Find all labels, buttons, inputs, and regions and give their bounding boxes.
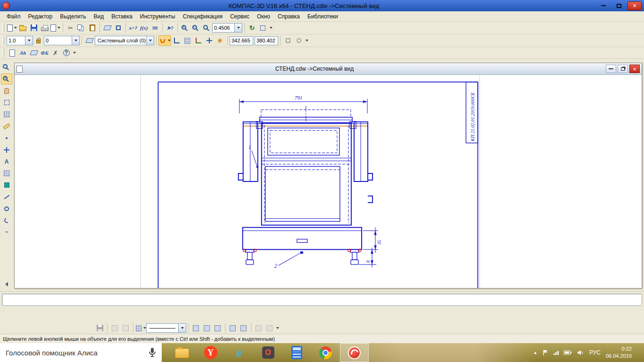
explorer-taskbar-button[interactable] <box>167 343 196 362</box>
menu-service[interactable]: Сервис <box>226 12 253 21</box>
zoom-in-button[interactable]: + <box>180 23 190 33</box>
menu-editor[interactable]: Редактор <box>25 12 57 21</box>
save-fragment-button[interactable] <box>94 323 105 333</box>
grid-options-button[interactable] <box>135 323 146 333</box>
copy-button[interactable] <box>76 23 87 33</box>
layer-combo-arrow[interactable] <box>146 36 154 45</box>
clock[interactable]: 0:22 06.04.2019 <box>606 346 632 360</box>
close-button[interactable]: × <box>627 1 642 10</box>
scale-combo-arrow[interactable] <box>25 36 33 45</box>
hidden-icons-button[interactable]: ▲ <box>533 351 537 355</box>
axis-tool[interactable] <box>1 144 12 155</box>
layers-button[interactable] <box>84 35 95 46</box>
print-preview-button[interactable] <box>50 23 61 33</box>
text-tool[interactable]: А <box>1 156 12 167</box>
coord-y-input[interactable] <box>255 36 278 45</box>
add-sheet-button[interactable] <box>7 48 17 58</box>
spec-manage-button[interactable] <box>28 48 39 58</box>
zoom-out-button[interactable]: − <box>190 23 201 33</box>
scale-value-input[interactable] <box>7 37 25 44</box>
distribute-v-button[interactable] <box>238 323 249 333</box>
style-combo-arrow[interactable] <box>72 36 79 45</box>
table-tool[interactable] <box>1 168 12 179</box>
select-frame-tool[interactable] <box>1 97 12 108</box>
document-title-bar[interactable]: СТЕНД.cdw ->Системный вид × <box>15 63 642 75</box>
minimize-button[interactable] <box>596 1 611 10</box>
menu-tools[interactable]: Инструменты <box>136 12 179 21</box>
cut-button[interactable]: ✂ <box>65 23 76 33</box>
zoom-combo-arrow[interactable] <box>234 24 242 32</box>
document-restore-button[interactable] <box>618 65 628 73</box>
distribute-h-button[interactable] <box>227 323 238 333</box>
language-indicator[interactable]: РУС <box>589 349 601 356</box>
grid-tool[interactable] <box>1 109 12 120</box>
paste-button[interactable] <box>87 23 98 33</box>
copy-style-button[interactable] <box>109 323 120 333</box>
grid-button[interactable] <box>182 35 193 46</box>
align-left-button[interactable] <box>190 323 201 333</box>
volume-icon[interactable] <box>577 350 584 355</box>
snap-point-button[interactable]: ✳ <box>215 35 225 46</box>
measure-button[interactable]: 98 <box>149 23 160 33</box>
toolbar-overflow-icon[interactable] <box>276 327 279 329</box>
collapse-panel-button[interactable] <box>1 279 12 289</box>
ortho-button[interactable] <box>204 35 215 46</box>
local-cs-button[interactable] <box>193 35 204 46</box>
microphone-icon[interactable] <box>149 347 156 358</box>
measure-tool[interactable] <box>1 121 12 132</box>
toolbar-overflow-icon[interactable] <box>305 40 308 41</box>
calculator-taskbar-button[interactable] <box>282 343 311 362</box>
maximize-button[interactable] <box>612 1 626 10</box>
new-document-button[interactable] <box>7 23 17 33</box>
circle-tool[interactable] <box>1 203 12 214</box>
context-help-button[interactable]: ➤? <box>165 23 175 33</box>
menu-insert[interactable]: Вставка <box>107 12 136 21</box>
open-button[interactable] <box>17 23 28 33</box>
group-button[interactable] <box>253 323 264 333</box>
report-button[interactable]: ФБ <box>39 48 50 58</box>
tools-settings-button[interactable]: ✗ <box>50 48 61 58</box>
line-style-combo-arrow[interactable] <box>178 324 186 332</box>
zoom-document-tool[interactable] <box>1 62 12 73</box>
functions-button[interactable]: f(x) <box>139 23 149 33</box>
yandex-taskbar-button[interactable]: Y <box>196 343 225 362</box>
office-taskbar-button[interactable]: O <box>254 343 282 362</box>
zoom-area-button[interactable] <box>201 23 212 33</box>
paste-style-button[interactable] <box>120 323 131 333</box>
align-right-button[interactable] <box>212 323 223 333</box>
object-properties-button[interactable] <box>113 23 124 33</box>
variables-button[interactable]: x=? <box>128 23 139 33</box>
menu-libraries[interactable]: Библиотеки <box>304 12 342 21</box>
show-all-button[interactable] <box>257 23 268 33</box>
line-tool[interactable] <box>1 191 12 202</box>
toolbar-overflow-icon[interactable] <box>73 52 76 54</box>
zoom-window-tool[interactable]: + <box>1 74 12 84</box>
ie-taskbar-button[interactable]: e <box>225 343 254 362</box>
save-button[interactable] <box>28 23 39 33</box>
menu-view[interactable]: Вид <box>90 12 108 21</box>
menu-window[interactable]: Окно <box>253 12 274 21</box>
alice-search-box[interactable]: Голосовой помощник Алиса <box>0 343 162 362</box>
zoom-value-input[interactable] <box>213 24 234 32</box>
spline-tool[interactable]: ~ <box>1 227 12 238</box>
pan-tool[interactable] <box>1 85 12 96</box>
chrome-taskbar-button[interactable] <box>311 343 340 362</box>
align-center-button[interactable] <box>201 323 212 333</box>
toolbar-grip[interactable] <box>2 36 4 45</box>
refresh-view-button[interactable]: ↻ <box>247 23 257 33</box>
paste-geometry-button[interactable] <box>293 35 304 46</box>
toolbar-overflow-icon[interactable] <box>270 27 272 29</box>
kompas-taskbar-button[interactable] <box>340 343 369 362</box>
battery-icon[interactable] <box>564 350 572 355</box>
hatch-tool[interactable] <box>1 180 12 190</box>
toolbar-grip[interactable] <box>2 49 4 57</box>
menu-file[interactable]: Файл <box>3 12 25 21</box>
lock-button[interactable] <box>33 35 44 46</box>
menu-specification[interactable]: Спецификация <box>179 12 226 21</box>
network-icon[interactable] <box>553 351 559 355</box>
snaps-button[interactable] <box>158 35 171 46</box>
angle-snap-button[interactable] <box>171 35 182 46</box>
arc-tool[interactable] <box>1 215 12 226</box>
ungroup-button[interactable] <box>264 323 275 333</box>
print-button[interactable] <box>39 23 50 33</box>
